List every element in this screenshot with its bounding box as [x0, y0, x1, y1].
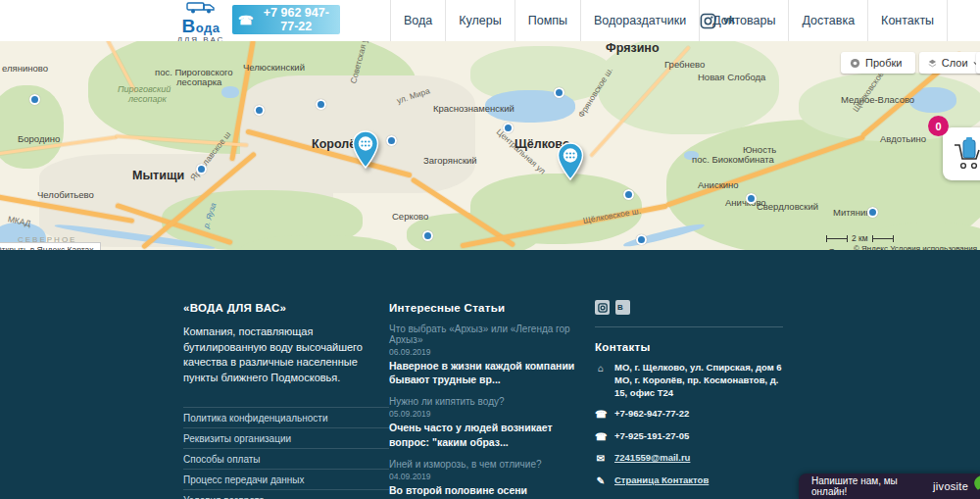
map-stop-dot	[623, 189, 634, 200]
map-river	[622, 222, 705, 249]
vk-icon[interactable]: B	[615, 300, 630, 315]
article-date: 05.09.2019	[389, 409, 585, 419]
leaf-icon	[971, 473, 980, 492]
traffic-button[interactable]: Пробки	[841, 52, 915, 74]
footer-link[interactable]: Условия возврата	[183, 490, 389, 499]
footer-company-title: «ВОДА ДЛЯ ВАС»	[183, 302, 389, 314]
nav-item[interactable]: Вода	[390, 0, 445, 41]
map-stop-dot	[503, 123, 514, 133]
header-social: vk	[700, 0, 743, 41]
phone-1: +7-962-947-77-22	[614, 408, 689, 422]
map-place-label: Гребнево	[664, 59, 705, 70]
map-place-label: Медное-Власово	[841, 94, 914, 105]
footer-link[interactable]: Политика конфиденциальности	[183, 408, 389, 428]
ruler-button[interactable]	[976, 52, 980, 74]
map-scale: 2 км	[826, 233, 894, 243]
map-place-label: Челюскинский	[243, 62, 305, 73]
footer-articles: Интересные Статьи Что выбрать «Архыз» ил…	[389, 302, 585, 499]
map-stop-dot	[386, 135, 397, 146]
cart-with-bottle-icon	[951, 136, 980, 172]
map-place-label: Авдотьино	[880, 133, 926, 144]
cart-widget[interactable]	[943, 127, 980, 180]
map-pond	[221, 86, 239, 98]
vk-icon[interactable]: vk	[723, 14, 743, 27]
contacts-page-row: ✎ Страница Контактов	[595, 474, 783, 488]
nav-item[interactable]: Кулеры	[445, 0, 514, 41]
map-place-label: Фрязино	[606, 41, 660, 55]
nav-item[interactable]: Помпы	[514, 0, 580, 41]
map-stop-dot	[422, 230, 433, 241]
footer-link[interactable]: Способы оплаты	[183, 449, 389, 470]
yandex-map[interactable]: еляниновопос. ПироговскоголесопаркаПирог…	[0, 41, 980, 250]
address-text: МО, г. Щелково, ул. Спирская, дом 6 МО, …	[614, 362, 783, 399]
phone-number: +7 962 947-77-22	[259, 6, 334, 33]
map-stop-dot	[196, 164, 207, 175]
article-date: 06.09.2019	[389, 347, 585, 357]
article-title-link[interactable]: Что выбрать «Архыз» или «Легенда гор Арх…	[389, 324, 585, 345]
nav-item[interactable]: Водораздатчики	[580, 0, 699, 41]
email-row: ✉ 7241559@mail.ru	[595, 452, 783, 466]
map-place-label: Загорянский	[423, 155, 477, 166]
footer-social: B	[595, 300, 783, 315]
footer-contacts: B Контакты ⌂ МО, г. Щелково, ул. Спирска…	[595, 297, 783, 499]
scale-line	[826, 238, 848, 239]
map-pin[interactable]	[352, 130, 379, 170]
nav-item[interactable]: Контакты	[867, 0, 948, 41]
article-item: Иней и изморозь, в чем отличие? 04.09.20…	[389, 459, 585, 499]
logo[interactable]: Вода ДЛЯ ВАС	[170, 1, 232, 44]
article-title-link[interactable]: Иней и изморозь, в чем отличие?	[389, 459, 585, 470]
map-stop-dot	[746, 193, 757, 204]
site-footer: «ВОДА ДЛЯ ВАС» Компания, поставляющая бу…	[0, 250, 980, 499]
home-icon: ⌂	[595, 362, 607, 399]
chat-widget[interactable]: Напишите нам, мы онлайн! jivosite	[799, 474, 980, 499]
footer-link[interactable]: Реквизиты организации	[183, 428, 389, 449]
phone-icon: ☎	[238, 13, 254, 27]
article-excerpt: Наверное в жизни каждой компании бывают …	[389, 359, 585, 386]
nav-item[interactable]: Доставка	[788, 0, 867, 41]
instagram-icon[interactable]	[595, 300, 610, 315]
phone-icon: ☎	[595, 408, 607, 422]
map-forest	[598, 41, 779, 134]
article-item: Что выбрать «Архыз» или «Легенда гор Арх…	[389, 324, 585, 386]
email-link[interactable]: 7241559@mail.ru	[614, 452, 690, 466]
svg-text:B: B	[617, 303, 623, 312]
divider	[595, 326, 783, 327]
map-stop-dot	[867, 207, 878, 218]
map-place-label: лесопарк	[128, 94, 167, 104]
svg-text:vk: vk	[723, 14, 735, 25]
address-row: ⌂ МО, г. Щелково, ул. Спирская, дом 6 МО…	[595, 362, 783, 399]
traffic-label: Пробки	[865, 57, 902, 69]
map-stop-dot	[29, 94, 40, 105]
footer-company-description: Компания, поставляющая бутилированную во…	[183, 324, 389, 385]
map-stop-dot	[316, 99, 326, 110]
chat-brand: jivosite	[933, 480, 968, 492]
map-place-label: Бородино	[18, 133, 60, 144]
map-place-label: Мытищи	[132, 169, 184, 182]
footer-about: «ВОДА ДЛЯ ВАС» Компания, поставляющая бу…	[183, 302, 389, 499]
map-place-label: Центральная ул	[495, 126, 548, 175]
main-nav: ВодаКулерыПомпыВодораздатчикиДоптоварыДо…	[390, 0, 948, 41]
pencil-icon: ✎	[595, 474, 607, 488]
instagram-icon[interactable]	[700, 13, 716, 29]
site-header: Вода ДЛЯ ВАС ☎ +7 962 947-77-22 ВодаКуле…	[0, 0, 980, 42]
contacts-title: Контакты	[595, 341, 783, 353]
map-place-label: Краснознаменский	[433, 103, 514, 114]
phone-row: ☎ +7-925-191-27-05	[595, 430, 783, 444]
map-pin[interactable]	[557, 142, 584, 181]
truck-icon	[186, 1, 216, 14]
article-excerpt: Во второй половине осени температура по …	[389, 483, 585, 499]
article-item: Нужно ли кипятить воду? 05.09.2019 Очень…	[389, 396, 585, 448]
phone-button[interactable]: ☎ +7 962 947-77-22	[232, 5, 340, 34]
contacts-page-link[interactable]: Страница Контактов	[614, 474, 709, 488]
article-excerpt: Очень часто у людей возникает вопрос: "к…	[389, 421, 585, 448]
open-in-yandex-maps-link[interactable]: Открыть в Яндекс Картах	[0, 242, 101, 250]
layers-label: Слои	[942, 57, 968, 69]
map-place-label: Свердловский	[757, 201, 818, 212]
layers-button[interactable]: Слои	[919, 52, 980, 74]
footer-link[interactable]: Процесс передачи данных	[183, 470, 389, 490]
map-stop-dot	[636, 234, 647, 245]
article-title-link[interactable]: Нужно ли кипятить воду?	[389, 396, 585, 407]
layers-icon	[928, 58, 937, 69]
articles-list: Что выбрать «Архыз» или «Легенда гор Арх…	[389, 324, 585, 499]
chat-message: Напишите нам, мы онлайн!	[811, 475, 919, 497]
